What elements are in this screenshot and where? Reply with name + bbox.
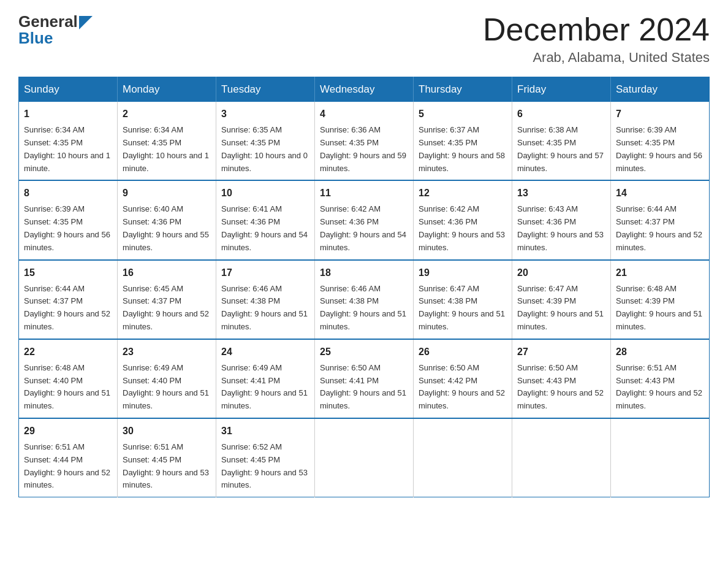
week-row-4: 22Sunrise: 6:48 AMSunset: 4:40 PMDayligh…	[19, 339, 710, 418]
day-info: Sunrise: 6:36 AMSunset: 4:35 PMDaylight:…	[320, 125, 406, 172]
calendar-cell: 14Sunrise: 6:44 AMSunset: 4:37 PMDayligh…	[611, 180, 710, 259]
logo-triangle-icon	[79, 16, 93, 29]
day-number: 16	[123, 266, 211, 280]
day-info: Sunrise: 6:44 AMSunset: 4:37 PMDaylight:…	[24, 284, 110, 331]
calendar-cell: 18Sunrise: 6:46 AMSunset: 4:38 PMDayligh…	[315, 260, 414, 339]
day-info: Sunrise: 6:41 AMSunset: 4:36 PMDaylight:…	[221, 204, 308, 251]
day-info: Sunrise: 6:48 AMSunset: 4:40 PMDaylight:…	[24, 363, 110, 410]
day-info: Sunrise: 6:49 AMSunset: 4:41 PMDaylight:…	[221, 363, 308, 410]
calendar-cell: 3Sunrise: 6:35 AMSunset: 4:35 PMDaylight…	[216, 102, 315, 180]
calendar-cell: 7Sunrise: 6:39 AMSunset: 4:35 PMDaylight…	[611, 102, 710, 180]
calendar-cell: 25Sunrise: 6:50 AMSunset: 4:41 PMDayligh…	[315, 339, 414, 418]
day-info: Sunrise: 6:34 AMSunset: 4:35 PMDaylight:…	[24, 125, 110, 172]
day-number: 8	[24, 186, 112, 201]
calendar-cell: 30Sunrise: 6:51 AMSunset: 4:45 PMDayligh…	[118, 418, 216, 497]
calendar-cell	[414, 418, 512, 497]
day-info: Sunrise: 6:50 AMSunset: 4:42 PMDaylight:…	[419, 363, 505, 410]
svg-marker-0	[79, 16, 93, 29]
calendar-cell: 4Sunrise: 6:36 AMSunset: 4:35 PMDaylight…	[315, 102, 414, 180]
day-number: 27	[517, 345, 605, 359]
day-number: 9	[123, 186, 211, 201]
calendar-cell	[611, 418, 710, 497]
calendar-cell: 1Sunrise: 6:34 AMSunset: 4:35 PMDaylight…	[19, 102, 118, 180]
day-number: 28	[616, 345, 704, 359]
day-info: Sunrise: 6:47 AMSunset: 4:39 PMDaylight:…	[517, 284, 604, 331]
weekday-header-friday: Friday	[512, 77, 611, 102]
day-number: 18	[320, 266, 408, 280]
day-number: 17	[221, 266, 309, 280]
day-info: Sunrise: 6:44 AMSunset: 4:37 PMDaylight:…	[616, 204, 702, 251]
calendar-cell: 20Sunrise: 6:47 AMSunset: 4:39 PMDayligh…	[512, 260, 611, 339]
day-info: Sunrise: 6:52 AMSunset: 4:45 PMDaylight:…	[221, 442, 308, 489]
calendar-cell: 28Sunrise: 6:51 AMSunset: 4:43 PMDayligh…	[611, 339, 710, 418]
day-number: 21	[616, 266, 704, 280]
day-number: 1	[24, 107, 112, 121]
calendar-cell: 9Sunrise: 6:40 AMSunset: 4:36 PMDaylight…	[118, 180, 216, 259]
day-number: 11	[320, 186, 408, 201]
weekday-header-tuesday: Tuesday	[216, 77, 315, 102]
day-info: Sunrise: 6:50 AMSunset: 4:43 PMDaylight:…	[517, 363, 604, 410]
weekday-header-saturday: Saturday	[611, 77, 710, 102]
calendar-cell: 5Sunrise: 6:37 AMSunset: 4:35 PMDaylight…	[414, 102, 512, 180]
logo-blue-text: Blue	[18, 29, 53, 48]
calendar-cell: 8Sunrise: 6:39 AMSunset: 4:35 PMDaylight…	[19, 180, 118, 259]
weekday-header-row: SundayMondayTuesdayWednesdayThursdayFrid…	[19, 77, 710, 102]
calendar-cell	[315, 418, 414, 497]
day-info: Sunrise: 6:50 AMSunset: 4:41 PMDaylight:…	[320, 363, 406, 410]
day-info: Sunrise: 6:42 AMSunset: 4:36 PMDaylight:…	[419, 204, 505, 251]
day-number: 26	[419, 345, 507, 359]
day-info: Sunrise: 6:47 AMSunset: 4:38 PMDaylight:…	[419, 284, 505, 331]
day-number: 12	[419, 186, 507, 201]
day-info: Sunrise: 6:46 AMSunset: 4:38 PMDaylight:…	[221, 284, 308, 331]
day-info: Sunrise: 6:39 AMSunset: 4:35 PMDaylight:…	[616, 125, 702, 172]
day-info: Sunrise: 6:48 AMSunset: 4:39 PMDaylight:…	[616, 284, 702, 331]
day-number: 6	[517, 107, 605, 121]
day-number: 25	[320, 345, 408, 359]
location-text: Arab, Alabama, United States	[483, 50, 710, 66]
day-number: 29	[24, 424, 112, 439]
calendar-cell: 15Sunrise: 6:44 AMSunset: 4:37 PMDayligh…	[19, 260, 118, 339]
day-info: Sunrise: 6:43 AMSunset: 4:36 PMDaylight:…	[517, 204, 604, 251]
day-info: Sunrise: 6:40 AMSunset: 4:36 PMDaylight:…	[123, 204, 209, 251]
day-info: Sunrise: 6:51 AMSunset: 4:45 PMDaylight:…	[123, 442, 209, 489]
calendar-cell: 29Sunrise: 6:51 AMSunset: 4:44 PMDayligh…	[19, 418, 118, 497]
day-number: 30	[123, 424, 211, 439]
calendar-cell: 6Sunrise: 6:38 AMSunset: 4:35 PMDaylight…	[512, 102, 611, 180]
title-section: December 2024 Arab, Alabama, United Stat…	[483, 12, 710, 66]
logo: General Blue	[18, 12, 93, 48]
weekday-header-sunday: Sunday	[19, 77, 118, 102]
weekday-header-wednesday: Wednesday	[315, 77, 414, 102]
calendar-cell: 16Sunrise: 6:45 AMSunset: 4:37 PMDayligh…	[118, 260, 216, 339]
calendar-cell: 24Sunrise: 6:49 AMSunset: 4:41 PMDayligh…	[216, 339, 315, 418]
day-info: Sunrise: 6:46 AMSunset: 4:38 PMDaylight:…	[320, 284, 406, 331]
day-info: Sunrise: 6:51 AMSunset: 4:43 PMDaylight:…	[616, 363, 702, 410]
day-number: 7	[616, 107, 704, 121]
day-number: 19	[419, 266, 507, 280]
weekday-header-monday: Monday	[118, 77, 216, 102]
calendar-cell: 10Sunrise: 6:41 AMSunset: 4:36 PMDayligh…	[216, 180, 315, 259]
day-number: 10	[221, 186, 309, 201]
calendar-table: SundayMondayTuesdayWednesdayThursdayFrid…	[18, 77, 710, 497]
day-info: Sunrise: 6:35 AMSunset: 4:35 PMDaylight:…	[221, 125, 308, 172]
day-number: 22	[24, 345, 112, 359]
week-row-5: 29Sunrise: 6:51 AMSunset: 4:44 PMDayligh…	[19, 418, 710, 497]
day-info: Sunrise: 6:49 AMSunset: 4:40 PMDaylight:…	[123, 363, 209, 410]
day-number: 23	[123, 345, 211, 359]
day-info: Sunrise: 6:51 AMSunset: 4:44 PMDaylight:…	[24, 442, 110, 489]
day-info: Sunrise: 6:37 AMSunset: 4:35 PMDaylight:…	[419, 125, 505, 172]
day-number: 2	[123, 107, 211, 121]
calendar-cell: 13Sunrise: 6:43 AMSunset: 4:36 PMDayligh…	[512, 180, 611, 259]
page-header: General Blue December 2024 Arab, Alabama…	[18, 12, 710, 66]
day-number: 3	[221, 107, 309, 121]
week-row-3: 15Sunrise: 6:44 AMSunset: 4:37 PMDayligh…	[19, 260, 710, 339]
day-number: 24	[221, 345, 309, 359]
day-info: Sunrise: 6:34 AMSunset: 4:35 PMDaylight:…	[123, 125, 209, 172]
day-info: Sunrise: 6:42 AMSunset: 4:36 PMDaylight:…	[320, 204, 406, 251]
day-number: 13	[517, 186, 605, 201]
day-number: 31	[221, 424, 309, 439]
week-row-2: 8Sunrise: 6:39 AMSunset: 4:35 PMDaylight…	[19, 180, 710, 259]
day-info: Sunrise: 6:38 AMSunset: 4:35 PMDaylight:…	[517, 125, 604, 172]
day-number: 20	[517, 266, 605, 280]
day-number: 5	[419, 107, 507, 121]
calendar-cell: 2Sunrise: 6:34 AMSunset: 4:35 PMDaylight…	[118, 102, 216, 180]
